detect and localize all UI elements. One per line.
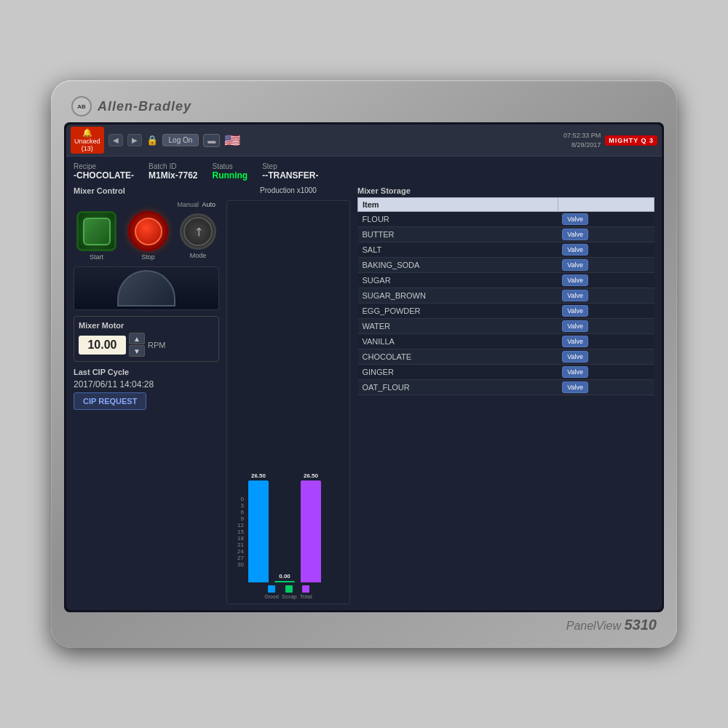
up-down-buttons: ▲ ▼ — [129, 333, 145, 357]
status-label: Status — [212, 162, 248, 170]
legend-scrap: Scrap — [282, 585, 297, 600]
storage-item-name: VANILLA — [358, 334, 558, 349]
valve-button[interactable]: Valve — [562, 290, 588, 301]
status-block: Status Running — [212, 162, 248, 181]
rpm-up-button[interactable]: ▲ — [129, 333, 145, 344]
table-row: SUGARValve — [358, 273, 654, 288]
table-row: VANILLAValve — [358, 334, 654, 349]
storage-valve-cell: Valve — [558, 380, 654, 395]
batch-label: Batch ID — [149, 162, 197, 170]
storage-valve-cell: Valve — [558, 227, 654, 242]
scrap-bar-value: 0.00 — [279, 573, 290, 579]
table-row: OAT_FLOURValve — [358, 380, 654, 395]
table-row: BUTTERValve — [358, 227, 654, 242]
motor-input-row: 10.00 ▲ ▼ RPM — [79, 333, 214, 357]
valve-button[interactable]: Valve — [562, 259, 588, 271]
start-button-inner — [83, 218, 111, 245]
nav-back-button[interactable]: ◀ — [108, 134, 123, 146]
datetime-display: 07:52:33 PM 8/29/2017 — [563, 131, 601, 149]
recipe-label: Recipe — [74, 162, 134, 170]
table-row: CHOCOLATEValve — [358, 349, 654, 365]
storage-valve-cell: Valve — [558, 334, 654, 349]
logon-button[interactable]: Log On — [162, 134, 199, 146]
mode-indicator: Manual Auto — [74, 201, 219, 208]
mode-label: Mode — [190, 252, 207, 259]
mighty-logo: MIGHTY Q 3 — [605, 135, 657, 146]
valve-button[interactable]: Valve — [562, 351, 588, 363]
valve-button[interactable]: Valve — [562, 381, 588, 393]
cip-request-button[interactable]: CIP REQUEST — [74, 392, 146, 410]
storage-item-name: CHOCOLATE — [358, 349, 558, 365]
y-axis: 30 27 24 21 18 15 12 9 6 3 — [231, 496, 244, 582]
storage-item-name: SUGAR — [358, 273, 558, 288]
lock-icon: 🔒 — [146, 135, 158, 146]
valve-button[interactable]: Valve — [562, 305, 588, 317]
legend-label-good: Good — [264, 593, 279, 600]
legend-label-total: Total — [300, 593, 312, 600]
storage-valve-cell: Valve — [558, 212, 654, 227]
good-bar-value: 26.50 — [251, 472, 266, 479]
motor-label: Mixer Motor — [79, 321, 214, 330]
panel-model: PanelView 5310 — [566, 617, 657, 633]
valve-button[interactable]: Valve — [562, 244, 588, 256]
table-row: WATERValve — [358, 319, 654, 334]
controls-area: Mixer Control Manual Auto — [74, 186, 654, 604]
alarm-bell-icon: 🔔 — [82, 128, 92, 138]
mixer-control-label: Mixer Control — [74, 186, 219, 195]
scrap-bar — [274, 581, 295, 582]
valve-button[interactable]: Valve — [562, 274, 588, 286]
storage-item-name: WATER — [358, 319, 558, 334]
valve-button[interactable]: Valve — [562, 213, 588, 225]
bars-container: 26.50 0.00 — [248, 472, 346, 582]
alarm-count: (13) — [82, 145, 93, 152]
start-button[interactable] — [76, 211, 116, 251]
valve-button[interactable]: Valve — [562, 336, 588, 347]
auto-label: Auto — [202, 201, 215, 208]
storage-item-name: SALT — [358, 242, 558, 258]
table-row: EGG_POWDERValve — [358, 304, 654, 319]
info-row: Recipe -CHOCOLATE- Batch ID M1Mix-7762 S… — [74, 162, 654, 181]
valve-button[interactable]: Valve — [562, 320, 588, 332]
storage-panel: Mixer Storage Item FLOURValveBUTTERValve… — [357, 186, 654, 604]
brand-logo: AB Allen-Bradley — [71, 96, 191, 116]
chart-inner: 30 27 24 21 18 15 12 9 6 3 — [231, 205, 346, 582]
device-bottom: PanelView 5310 — [64, 612, 664, 635]
storage-item-name: FLOUR — [358, 212, 558, 227]
device-top-bar: AB Allen-Bradley — [64, 93, 664, 122]
storage-valve-cell: Valve — [558, 304, 654, 319]
cip-label: Last CIP Cycle — [74, 368, 219, 376]
status-bar: 🔔 Unacked (13) ◀ ▶ 🔒 Log On ▬ 🇺🇸 07:52:3… — [66, 124, 662, 157]
table-row: SALTValve — [358, 242, 654, 258]
batch-value: M1Mix-7762 — [149, 170, 197, 181]
total-bar-value: 26.50 — [304, 472, 318, 479]
total-bar-group: 26.50 — [301, 472, 321, 582]
legend-dot-scrap — [285, 585, 293, 593]
storage-label: Mixer Storage — [357, 186, 654, 195]
alarm-badge[interactable]: 🔔 Unacked (13) — [71, 127, 104, 154]
step-label: Step — [262, 162, 318, 170]
start-label: Start — [90, 253, 103, 261]
valve-button[interactable]: Valve — [562, 366, 588, 378]
flag-icon: 🇺🇸 — [224, 132, 240, 149]
mode-button[interactable]: ↗ — [180, 213, 216, 250]
legend-total: Total — [300, 585, 312, 600]
brand-name: Allen-Bradley — [98, 99, 191, 114]
storage-valve-cell: Valve — [558, 349, 654, 365]
panel-model-number: 5310 — [625, 617, 657, 633]
stop-button[interactable] — [128, 211, 168, 251]
device-frame: AB Allen-Bradley 🔔 Unacked (13) ◀ ▶ 🔒 Lo… — [51, 80, 677, 648]
ab-badge: AB — [71, 96, 92, 116]
alarm-label: Unacked — [74, 138, 100, 145]
left-panel: Mixer Control Manual Auto — [74, 186, 219, 604]
total-bar — [301, 480, 321, 582]
screen-bezel: 🔔 Unacked (13) ◀ ▶ 🔒 Log On ▬ 🇺🇸 07:52:3… — [64, 122, 664, 612]
bar-legend: Good Scrap Total — [231, 585, 346, 600]
chart-area: 30 27 24 21 18 15 12 9 6 3 — [226, 200, 350, 604]
storage-item-name: BUTTER — [358, 227, 558, 242]
storage-item-name: GINGER — [358, 365, 558, 380]
nav-forward-button[interactable]: ▶ — [127, 134, 142, 146]
stop-label: Stop — [141, 253, 155, 261]
table-row: SUGAR_BROWNValve — [358, 288, 654, 304]
rpm-down-button[interactable]: ▼ — [129, 345, 145, 357]
valve-button[interactable]: Valve — [562, 229, 588, 240]
